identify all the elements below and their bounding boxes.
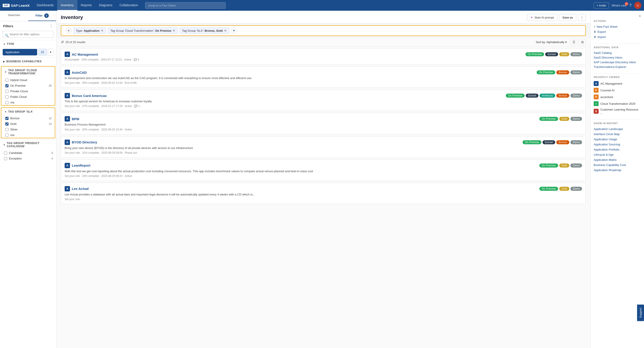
recently-viewed-item[interactable]: B Customer Learning Resource ... (594, 107, 641, 116)
export-action[interactable]: ⬇ Export (594, 29, 641, 34)
nav-reports[interactable]: Reports (77, 0, 96, 11)
result-item[interactable]: A AC Management On PremiseSunsetGoldDemo… (61, 48, 586, 65)
business-capabilities-header[interactable]: ▶ BUSINESS CAPABILITIES (0, 58, 56, 65)
saas-catalog-link[interactable]: SaaS Catalog (594, 50, 641, 55)
recently-avatar: P (594, 94, 598, 99)
result-top: A Bonus Card Americas On PremiseSunsetAm… (64, 93, 582, 98)
add-filter-button[interactable]: + (231, 28, 237, 33)
filter-tag-sla-label: Tag Group 'SLA': Bronze, Gold (182, 29, 223, 32)
result-item[interactable]: A BYOD Directory On PremiseSunsetBronzeD… (61, 136, 586, 158)
product-candidate-checkbox[interactable] (4, 152, 7, 155)
nav-inventory[interactable]: Inventory (57, 0, 77, 11)
sla-item-gold: Gold 13 (1, 121, 55, 127)
result-item[interactable]: A LeanReport On PremiseGoldDemo With thi… (61, 160, 586, 181)
cloud-na-checkbox[interactable] (5, 101, 8, 104)
save-as-button[interactable]: Save as (559, 14, 576, 21)
recently-viewed-item[interactable]: I Cloud Transformation 2025 (594, 100, 641, 107)
recently-label: AC Management (600, 82, 622, 85)
transformations-explorer-link[interactable]: Transformations Explorer (594, 65, 641, 69)
show-in-report-section: SHOW IN REPORT Application LandscapeInte… (594, 122, 641, 173)
result-description: Business Process Management (64, 123, 582, 127)
sla-bronze-checkbox[interactable] (5, 117, 8, 120)
show-in-report-item[interactable]: Application Roadmap (594, 168, 641, 173)
filter-tag-cloud-label: Tag Group 'Cloud Transformation': On Pre… (110, 29, 171, 32)
show-in-report-item[interactable]: Business Capability Cost (594, 162, 641, 168)
result-tag: On Premise (526, 52, 544, 56)
show-in-report-item[interactable]: Application Landscape (594, 126, 641, 132)
logo[interactable]: SAP SAP LeanIX (3, 3, 30, 7)
filter-search-input[interactable] (3, 31, 54, 38)
invite-button[interactable]: + Invite (594, 2, 609, 8)
sla-silver-checkbox[interactable] (5, 128, 8, 131)
nav-links: Dashboards Inventory Reports Diagrams Co… (33, 0, 142, 11)
nav-collaboration[interactable]: Collaboration (116, 0, 142, 11)
result-meta: Set your role · 24% complete · 2023-08-2… (64, 174, 582, 177)
recently-viewed-item[interactable]: A AC Management (594, 80, 641, 87)
show-in-report-item[interactable]: Lifecycle & Age (594, 152, 641, 157)
sort-button[interactable]: Sort by: Alphabetically ▾ (534, 39, 569, 45)
show-in-report-item[interactable]: Application Sourcing (594, 142, 641, 147)
saas-discovery-inbox-link[interactable]: SaaS Discovery Inbox (594, 55, 641, 60)
result-item[interactable]: A AutoCAD On PremiseBronzeDemo In Develo… (61, 66, 586, 88)
grid-view-button[interactable]: ⊞ (579, 39, 586, 45)
show-in-report-item[interactable]: Application Usage (594, 137, 641, 142)
type-section-header[interactable]: ▼ TYPE (0, 40, 56, 48)
recently-avatar: I (594, 101, 598, 106)
cloud-onpremise-count: 25 (47, 84, 52, 87)
new-fact-sheet-action[interactable]: + New Fact Sheet (594, 24, 641, 29)
right-sidebar-collapse[interactable]: » (639, 14, 641, 18)
filters-menu-icon[interactable]: ⋮ (50, 24, 53, 28)
result-avatar: A (64, 70, 70, 75)
product-catalogue-header[interactable]: ▼ TAG GROUP 'PRODUCT CATALOGUE' (0, 139, 56, 150)
product-item-exception: Exception 4 (0, 156, 56, 161)
recently-viewed-item[interactable]: P Counsel AI (594, 87, 641, 94)
sla-section-header[interactable]: ▼ TAG GROUP 'SLA' (1, 108, 55, 116)
type-application-button[interactable]: Application (3, 49, 37, 55)
cloud-hybrid-checkbox[interactable] (5, 79, 8, 82)
result-tag: Gold (559, 52, 569, 56)
start-ai-prompt-button[interactable]: ✦ Start AI prompt (527, 14, 557, 21)
import-action[interactable]: ⬆ Import (594, 34, 641, 39)
tab-filter[interactable]: Filter 3 (28, 11, 56, 21)
sla-gold-checkbox[interactable] (5, 122, 8, 126)
plus-icon-new: + (594, 25, 596, 28)
clear-filters-button[interactable]: ✕ (66, 28, 72, 33)
support-button[interactable]: Support (637, 305, 644, 321)
sap-landscape-discovery-link[interactable]: SAP Landscape Discovery Inbox (594, 60, 641, 65)
recently-viewed-item[interactable]: P accenture (594, 94, 641, 100)
result-item[interactable]: A Bonus Card Americas On PremiseSunsetAm… (61, 90, 586, 111)
result-item[interactable]: A Lex Actual On PremiseGoldDemo Lex Actu… (61, 183, 586, 204)
cloud-transformation-header[interactable]: ▼ TAG GROUP 'CLOUD TRANSFORMATION' (1, 67, 55, 77)
result-description: Lex Actual provides a database with all … (64, 192, 582, 196)
user-avatar[interactable]: U (634, 2, 641, 9)
cloud-private-checkbox[interactable] (5, 90, 8, 93)
filter-tag-sla-remove[interactable]: ✕ (224, 29, 227, 32)
whats-new-button[interactable]: What's new (612, 4, 626, 7)
more-options-button[interactable]: ⋮ (578, 14, 586, 21)
show-in-report-item[interactable]: Interface Circle Map (594, 132, 641, 137)
type-dropdown[interactable]: ▾ (48, 49, 54, 56)
result-item[interactable]: A BPM On PremiseGoldDemo Business Proces… (61, 113, 586, 134)
cloud-public-checkbox[interactable] (5, 95, 8, 99)
filter-tag-type-remove[interactable]: ✕ (101, 29, 104, 32)
result-name-wrap: A Lex Actual (64, 186, 88, 191)
nav-diagrams[interactable]: Diagrams (96, 0, 116, 11)
show-in-report-item[interactable]: Application Matrix (594, 157, 641, 162)
sla-na-checkbox[interactable] (5, 134, 8, 137)
filter-tags-row: ✕ Type: Application ✕ Tag Group 'Cloud T… (61, 25, 586, 36)
product-exception-checkbox[interactable] (4, 157, 7, 160)
filter-search-icon: 🔍 (5, 34, 9, 37)
result-tags: On PremiseSunsetGoldDemo (526, 52, 582, 56)
help-icon[interactable]: ? (629, 3, 632, 8)
nav-dashboards[interactable]: Dashboards (33, 0, 57, 11)
filter-tag-cloud-remove[interactable]: ✕ (173, 29, 175, 32)
tab-searches[interactable]: Searches (0, 11, 28, 21)
type-count: 25 (38, 49, 47, 56)
show-in-report-item[interactable]: Application Portfolio (594, 147, 641, 152)
cloud-onpremise-checkbox[interactable] (5, 84, 8, 87)
result-tags: On PremiseBronzeDemo (537, 70, 582, 74)
list-view-button[interactable]: ☰ (570, 39, 577, 45)
jump-to-factsheet-input[interactable] (145, 2, 226, 9)
biz-cap-label: BUSINESS CAPABILITIES (6, 60, 42, 63)
refresh-icon[interactable]: ↺ (61, 40, 64, 44)
